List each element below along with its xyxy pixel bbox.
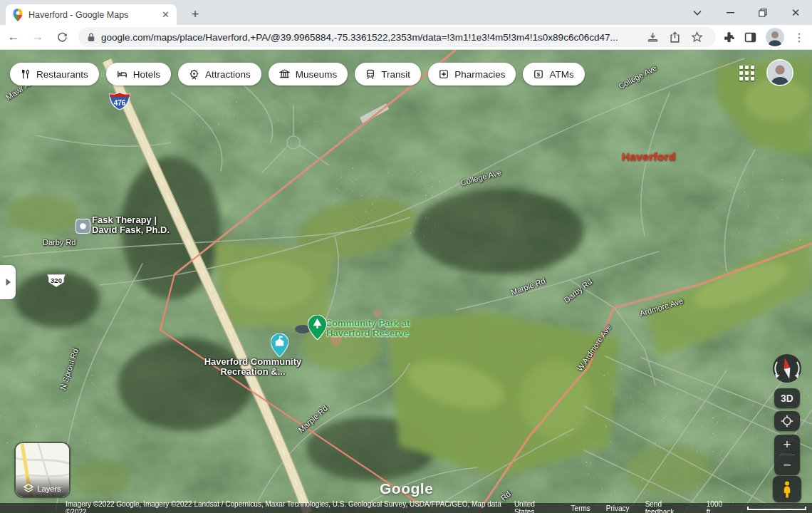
attractions-icon: [189, 69, 199, 80]
tab-close-icon[interactable]: ✕: [162, 9, 170, 20]
hotels-icon: [117, 69, 127, 79]
country-label: United States: [514, 500, 556, 513]
chip-atms[interactable]: $ ATMs: [523, 63, 584, 86]
zoom-controls: + −: [774, 435, 800, 475]
poi-label-community-park[interactable]: Community Park at Haverford Reserve: [311, 318, 425, 338]
zoom-out-button[interactable]: −: [774, 455, 800, 475]
reload-button[interactable]: [51, 26, 73, 48]
chip-transit[interactable]: Transit: [355, 63, 421, 86]
chip-attractions[interactable]: Attractions: [178, 63, 261, 86]
place-label-haverford: Haverford: [622, 150, 676, 163]
chip-restaurants[interactable]: Restaurants: [10, 63, 99, 86]
pegman-button[interactable]: [773, 476, 801, 502]
google-maps-favicon: [13, 9, 23, 21]
back-button[interactable]: ←: [3, 26, 24, 48]
svg-text:320: 320: [51, 276, 62, 284]
poi-label-fask-therapy[interactable]: Fask Therapy | David Fask, Ph.D.: [92, 215, 170, 235]
browser-tab-bar: Haverford - Google Maps ✕ + ✕: [0, 0, 812, 25]
community-park-pin[interactable]: [308, 315, 327, 340]
terms-link[interactable]: Terms: [571, 504, 590, 512]
svg-text:$: $: [537, 71, 541, 78]
profile-avatar[interactable]: [766, 28, 784, 46]
layers-label-row: Layers: [16, 475, 69, 497]
road-label-darby-rd-left: Darby Rd: [43, 238, 76, 247]
side-panel-icon[interactable]: [744, 31, 756, 43]
layers-icon: [24, 484, 33, 493]
fask-therapy-poi-icon[interactable]: [76, 219, 90, 234]
transit-icon: [365, 69, 375, 80]
my-location-icon: [781, 415, 793, 428]
satellite-map[interactable]: Mawr Av College Ave College Ave Haverfor…: [0, 50, 812, 513]
scale-label: 1000 ft: [707, 500, 727, 513]
window-controls: ✕: [681, 0, 812, 25]
privacy-link[interactable]: Privacy: [606, 504, 630, 512]
map-attribution-bar: Imagery ©2022 Google, Imagery ©2022 Land…: [0, 503, 812, 513]
scale-bar: [747, 507, 806, 510]
toolbar-extensions-area: ⋮: [720, 28, 812, 46]
tab-title: Haverford - Google Maps: [28, 10, 156, 20]
atms-icon: $: [533, 69, 543, 79]
account-avatar[interactable]: [768, 61, 792, 85]
browser-tab[interactable]: Haverford - Google Maps ✕: [6, 4, 177, 25]
minimize-button[interactable]: [714, 0, 746, 25]
restaurants-icon: [21, 69, 31, 79]
url-text: google.com/maps/place/Haverford,+PA/@39.…: [101, 32, 641, 43]
pegman-icon: [781, 481, 793, 498]
browser-toolbar: ← → google.com/maps/place/Haverford,+PA/…: [0, 25, 812, 50]
expand-arrow-icon: [5, 278, 11, 286]
chip-museums[interactable]: Museums: [269, 63, 348, 86]
route-320-shield: 320: [45, 273, 68, 289]
svg-text:476: 476: [114, 99, 126, 107]
pharmacies-icon: [439, 69, 449, 79]
compass-control[interactable]: [771, 353, 803, 384]
chip-hotels[interactable]: Hotels: [106, 63, 171, 86]
restore-button[interactable]: [746, 0, 779, 25]
address-bar[interactable]: google.com/maps/place/Haverford,+PA/@39.…: [78, 27, 716, 47]
satellite-imagery: [0, 50, 812, 513]
expand-side-panel-button[interactable]: [0, 265, 16, 299]
install-icon[interactable]: [647, 31, 659, 43]
my-location-button[interactable]: [774, 411, 800, 431]
3d-toggle-button[interactable]: 3D: [774, 388, 800, 408]
google-apps-grid-icon[interactable]: [739, 66, 755, 81]
browser-menu-icon[interactable]: ⋮: [793, 31, 805, 44]
send-feedback-link[interactable]: Send feedback: [645, 500, 691, 513]
interstate-476-shield: 476: [109, 92, 130, 110]
tab-search-chevron-icon[interactable]: [681, 0, 714, 25]
recreation-center-pin[interactable]: [271, 333, 288, 357]
poi-label-haverford-recreation[interactable]: Haverford Community Recreation &...: [196, 357, 310, 377]
forward-button[interactable]: →: [27, 26, 48, 48]
category-chips: Restaurants Hotels Attractions Museums T…: [10, 63, 585, 86]
layers-button[interactable]: Layers: [16, 443, 69, 497]
extensions-puzzle-icon[interactable]: [723, 31, 735, 43]
zoom-in-button[interactable]: +: [774, 435, 800, 455]
new-tab-button[interactable]: +: [185, 4, 205, 24]
share-icon[interactable]: [669, 31, 681, 43]
imagery-credits: Imagery ©2022 Google, Imagery ©2022 Land…: [66, 500, 514, 513]
chip-pharmacies[interactable]: Pharmacies: [428, 63, 516, 86]
lock-icon: [87, 32, 95, 42]
museums-icon: [279, 69, 290, 79]
window-close-button[interactable]: ✕: [779, 0, 812, 25]
google-watermark: Google: [380, 480, 433, 497]
bookmark-star-icon[interactable]: [691, 31, 703, 43]
